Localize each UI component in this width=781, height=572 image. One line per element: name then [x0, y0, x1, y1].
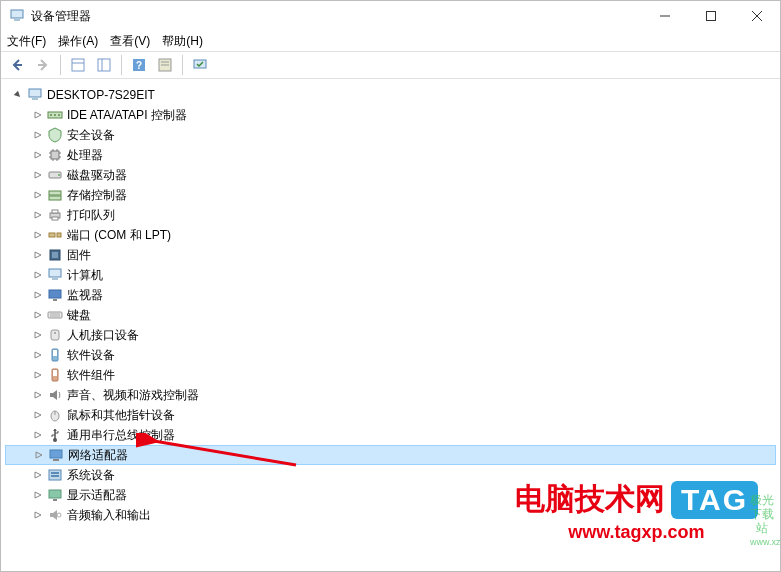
tree-item-label: 存储控制器 — [67, 185, 127, 205]
properties-icon — [157, 57, 173, 73]
system-icon — [47, 467, 63, 483]
storage-icon — [47, 187, 63, 203]
tree-item[interactable]: IDE ATA/ATAPI 控制器 — [5, 105, 776, 125]
tree-item-label: 计算机 — [67, 265, 103, 285]
expand-icon[interactable] — [31, 128, 45, 142]
menubar: 文件(F) 操作(A) 查看(V) 帮助(H) — [1, 31, 780, 51]
hid-icon — [47, 327, 63, 343]
tree-item[interactable]: 安全设备 — [5, 125, 776, 145]
tree-item[interactable]: 打印队列 — [5, 205, 776, 225]
keyboard-icon — [47, 307, 63, 323]
scan-icon — [192, 57, 208, 73]
toolbar-separator — [121, 55, 122, 75]
network-icon — [48, 447, 64, 463]
tree-item[interactable]: 显示适配器 — [5, 485, 776, 505]
tree-item[interactable]: 端口 (COM 和 LPT) — [5, 225, 776, 245]
action-properties-button[interactable] — [153, 54, 177, 76]
expand-icon[interactable] — [31, 368, 45, 382]
expand-icon[interactable] — [31, 508, 45, 522]
window-title: 设备管理器 — [31, 8, 91, 25]
tree-item-label: 软件组件 — [67, 365, 115, 385]
tree-item[interactable]: 计算机 — [5, 265, 776, 285]
tree-item-label: 人机接口设备 — [67, 325, 139, 345]
softcomp-icon — [47, 367, 63, 383]
expand-icon[interactable] — [31, 308, 45, 322]
tree-item[interactable]: 通用串行总线控制器 — [5, 425, 776, 445]
menu-help[interactable]: 帮助(H) — [162, 33, 203, 50]
expand-icon[interactable] — [31, 328, 45, 342]
menu-file[interactable]: 文件(F) — [7, 33, 46, 50]
expand-icon[interactable] — [31, 188, 45, 202]
expand-icon[interactable] — [31, 168, 45, 182]
tree-root[interactable]: DESKTOP-7S29EIT — [5, 85, 776, 105]
firmware-icon — [47, 247, 63, 263]
expand-icon[interactable] — [31, 408, 45, 422]
tree-item-label: 打印队列 — [67, 205, 115, 225]
computer-icon — [47, 267, 63, 283]
expand-icon[interactable] — [31, 108, 45, 122]
monitor-icon — [47, 287, 63, 303]
tree-item[interactable]: 固件 — [5, 245, 776, 265]
scan-hardware-button[interactable] — [188, 54, 212, 76]
printer-icon — [47, 207, 63, 223]
expand-icon[interactable] — [31, 488, 45, 502]
close-button[interactable] — [734, 1, 780, 31]
tree-item-label: 安全设备 — [67, 125, 115, 145]
expand-icon[interactable] — [31, 428, 45, 442]
help-button[interactable] — [127, 54, 151, 76]
display-icon — [47, 487, 63, 503]
menu-action[interactable]: 操作(A) — [58, 33, 98, 50]
properties-button[interactable] — [92, 54, 116, 76]
tree-item[interactable]: 网络适配器 — [5, 445, 776, 465]
tree-item[interactable]: 音频输入和输出 — [5, 505, 776, 525]
tree-item-label: 磁盘驱动器 — [67, 165, 127, 185]
tree-item[interactable]: 声音、视频和游戏控制器 — [5, 385, 776, 405]
expand-icon[interactable] — [31, 208, 45, 222]
minimize-icon — [660, 11, 670, 21]
expand-icon[interactable] — [31, 388, 45, 402]
tree-item[interactable]: 人机接口设备 — [5, 325, 776, 345]
tree-item-label: 处理器 — [67, 145, 103, 165]
back-button[interactable] — [5, 54, 29, 76]
tree-item[interactable]: 磁盘驱动器 — [5, 165, 776, 185]
sound-icon — [47, 387, 63, 403]
expand-icon[interactable] — [31, 228, 45, 242]
expand-icon[interactable] — [31, 288, 45, 302]
minimize-button[interactable] — [642, 1, 688, 31]
show-hide-tree-button[interactable] — [66, 54, 90, 76]
panel-icon — [96, 57, 112, 73]
expand-icon[interactable] — [31, 468, 45, 482]
tree-item-label: 键盘 — [67, 305, 91, 325]
expand-icon[interactable] — [31, 148, 45, 162]
collapse-icon[interactable] — [11, 88, 25, 102]
expand-icon[interactable] — [31, 248, 45, 262]
tree-item[interactable]: 鼠标和其他指针设备 — [5, 405, 776, 425]
forward-button[interactable] — [31, 54, 55, 76]
usb-icon — [47, 427, 63, 443]
expand-icon[interactable] — [31, 268, 45, 282]
tree-item[interactable]: 系统设备 — [5, 465, 776, 485]
tree-item[interactable]: 键盘 — [5, 305, 776, 325]
tree-item[interactable]: 软件设备 — [5, 345, 776, 365]
audio-icon — [47, 507, 63, 523]
app-icon — [9, 8, 25, 24]
tree-item[interactable]: 监视器 — [5, 285, 776, 305]
tree-item[interactable]: 软件组件 — [5, 365, 776, 385]
help-icon — [131, 57, 147, 73]
close-icon — [752, 11, 762, 21]
svg-rect-59 — [707, 12, 716, 21]
expand-icon[interactable] — [31, 348, 45, 362]
menu-view[interactable]: 查看(V) — [110, 33, 150, 50]
cpu-icon — [47, 147, 63, 163]
tree-item[interactable]: 存储控制器 — [5, 185, 776, 205]
tree-item[interactable]: 处理器 — [5, 145, 776, 165]
computer-icon — [27, 87, 43, 103]
expand-icon[interactable] — [32, 448, 46, 462]
forward-arrow-icon — [35, 57, 51, 73]
tree-item-label: 系统设备 — [67, 465, 115, 485]
ide-icon — [47, 107, 63, 123]
tree-item-label: 网络适配器 — [68, 445, 128, 465]
tree-item-label: 通用串行总线控制器 — [67, 425, 175, 445]
back-arrow-icon — [9, 57, 25, 73]
maximize-button[interactable] — [688, 1, 734, 31]
